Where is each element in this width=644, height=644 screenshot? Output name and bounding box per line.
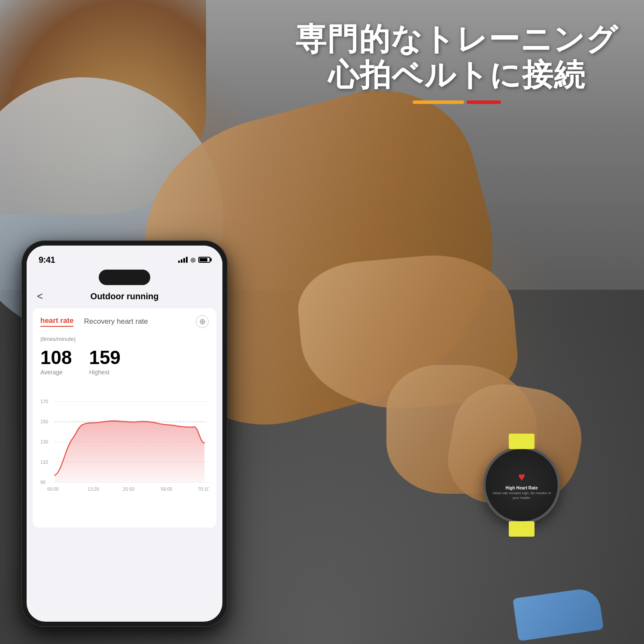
watch-container: ♥ High Heart Rate Heart rate remains hig… <box>483 447 560 524</box>
status-bar: 9:41 ⊛ <box>27 246 222 268</box>
highest-label: Highest <box>89 369 120 376</box>
highest-stat: 159 Highest <box>89 348 120 376</box>
average-stat: 108 Average <box>40 348 72 376</box>
screen-title: Outdoor running <box>91 292 159 301</box>
content-card: heart rate Recovery heart rate ⊕ (times/… <box>33 308 216 528</box>
heart-rate-chart: 170 150 130 110 90 <box>40 383 209 521</box>
zoom-button[interactable]: ⊕ <box>196 315 209 328</box>
watch-band-bottom <box>509 521 535 537</box>
watch-heart-icon: ♥ <box>490 470 553 484</box>
phone-container: 9:41 ⊛ < O <box>21 240 228 627</box>
dynamic-island <box>99 270 150 285</box>
svg-text:130: 130 <box>40 439 48 444</box>
watch-face: ♥ High Heart Rate Heart rate remains hig… <box>483 447 560 524</box>
svg-text:25:50: 25:50 <box>123 486 134 492</box>
watch-screen: ♥ High Heart Rate Heart rate remains hig… <box>486 466 558 504</box>
svg-text:00:00: 00:00 <box>47 486 59 492</box>
zoom-icon: ⊕ <box>199 317 206 326</box>
accent-bar-red <box>467 100 501 104</box>
tab-recovery[interactable]: Recovery heart rate <box>84 317 148 326</box>
svg-text:170: 170 <box>40 399 48 404</box>
phone-screen: 9:41 ⊛ < O <box>27 246 222 622</box>
phone-outer: 9:41 ⊛ < O <box>21 240 228 627</box>
average-label: Average <box>40 369 72 376</box>
app-header: < Outdoor running <box>27 285 222 306</box>
svg-text:90: 90 <box>40 480 46 485</box>
status-icons: ⊛ <box>178 256 210 264</box>
battery-icon <box>198 257 210 263</box>
stats-row: 108 Average 159 Highest <box>40 348 209 376</box>
svg-text:56:05: 56:05 <box>161 486 173 492</box>
highest-value: 159 <box>89 348 120 367</box>
title-area: 専門的なトレーニング 心拍ベルトに接続 <box>295 21 618 104</box>
svg-text:110: 110 <box>40 459 48 465</box>
accent-bar <box>295 100 618 104</box>
unit-label: (times/minute) <box>40 336 209 342</box>
average-value: 108 <box>40 348 72 367</box>
svg-text:150: 150 <box>40 419 48 424</box>
wifi-icon: ⊛ <box>190 256 196 264</box>
svg-text:70:10: 70:10 <box>198 486 209 492</box>
tab-heart-rate[interactable]: heart rate <box>40 316 73 327</box>
status-time: 9:41 <box>39 255 55 265</box>
svg-text:13:20: 13:20 <box>88 486 99 492</box>
tab-group: heart rate Recovery heart rate <box>40 316 148 327</box>
title-line1: 専門的なトレーニング <box>295 21 618 57</box>
watch-alert-body: Heart rate remains high. Be mindful of y… <box>490 491 553 500</box>
watch-band-top <box>509 434 535 449</box>
accent-bar-yellow <box>413 100 464 104</box>
title-line2: 心拍ベルトに接続 <box>295 57 618 93</box>
tab-row: heart rate Recovery heart rate ⊕ <box>40 315 209 328</box>
watch-alert-title: High Heart Rate <box>490 486 553 490</box>
person-shoe <box>513 587 604 641</box>
signal-icon <box>178 257 188 263</box>
chart-area: 170 150 130 110 90 <box>40 383 209 521</box>
back-button[interactable]: < <box>37 290 43 302</box>
